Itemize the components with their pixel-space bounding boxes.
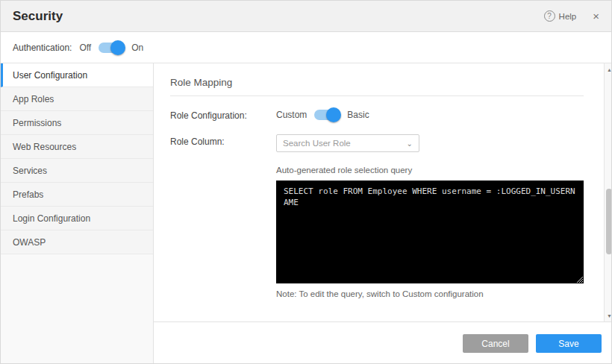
role-column-row: Role Column: Search User Role ⌄	[170, 134, 584, 152]
authentication-toggle[interactable]	[99, 43, 124, 53]
role-configuration-label: Role Configuration:	[170, 108, 276, 121]
sidebar-item-owasp[interactable]: OWASP	[1, 230, 153, 254]
resize-grip-icon[interactable]	[575, 275, 583, 283]
authentication-off-label: Off	[79, 43, 91, 53]
sidebar-item-permissions[interactable]: Permissions	[1, 111, 153, 135]
sidebar-item-user-configuration[interactable]: User Configuration	[1, 63, 153, 87]
help-button[interactable]: ? Help	[544, 10, 577, 22]
footer-actions: Cancel Save	[154, 321, 612, 364]
query-caption: Auto-generated role selection query	[276, 166, 584, 175]
authentication-row: Authentication: Off On	[1, 32, 611, 63]
scrollbar-up-icon[interactable]: ▲	[605, 65, 612, 74]
sidebar: User Configuration App Roles Permissions…	[1, 63, 154, 364]
titlebar: Security ? Help ×	[1, 1, 611, 32]
authentication-toggle-knob	[110, 40, 125, 55]
section-title-role-mapping: Role Mapping	[170, 77, 584, 96]
authentication-label: Authentication:	[13, 43, 72, 53]
sidebar-item-login-configuration[interactable]: Login Configuration	[1, 207, 153, 230]
authentication-on-label: On	[131, 43, 143, 53]
scrollbar-down-icon[interactable]: ▼	[605, 311, 612, 320]
cancel-button[interactable]: Cancel	[463, 334, 528, 353]
sidebar-item-web-resources[interactable]: Web Resources	[1, 135, 153, 159]
vertical-scrollbar[interactable]: ▲ ▼	[604, 63, 612, 321]
role-column-label: Role Column:	[170, 134, 276, 152]
security-window: Security ? Help × Authentication: Off On…	[0, 0, 612, 364]
chevron-down-icon: ⌄	[407, 139, 413, 148]
help-label: Help	[559, 12, 577, 21]
sidebar-item-app-roles[interactable]: App Roles	[1, 87, 153, 111]
role-configuration-toggle-knob	[326, 107, 341, 122]
query-block: Auto-generated role selection query SELE…	[276, 166, 584, 298]
sidebar-item-services[interactable]: Services	[1, 159, 153, 183]
scrollbar-thumb[interactable]	[606, 189, 612, 254]
help-icon: ?	[544, 10, 555, 22]
close-icon[interactable]: ×	[593, 10, 599, 22]
save-button[interactable]: Save	[536, 334, 602, 353]
role-query-textarea[interactable]: SELECT role FROM Employee WHERE username…	[276, 181, 584, 283]
role-config-basic-label: Basic	[347, 110, 369, 120]
role-config-custom-label: Custom	[276, 110, 307, 120]
role-column-select-value: Search User Role	[283, 139, 407, 148]
role-configuration-row: Role Configuration: Custom Basic	[170, 108, 584, 121]
query-note: Note: To edit the query, switch to Custo…	[276, 289, 584, 298]
role-column-select[interactable]: Search User Role ⌄	[276, 134, 419, 152]
role-configuration-toggle[interactable]	[314, 110, 340, 120]
main-panel: Role Mapping Role Configuration: Custom …	[154, 63, 612, 364]
sidebar-item-prefabs[interactable]: Prefabs	[1, 183, 153, 207]
page-title: Security	[13, 9, 63, 24]
